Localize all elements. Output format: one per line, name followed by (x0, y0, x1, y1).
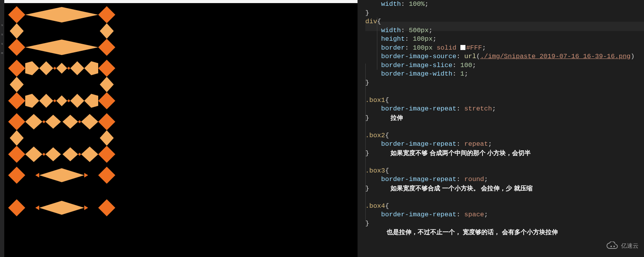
watermark-text: 亿速云 (621, 242, 639, 250)
code-line: div{ (365, 17, 640, 26)
code-line: } (365, 219, 640, 228)
code-line: border: 100px solid #FFF; (365, 44, 640, 53)
gutter-mark: m (1, 51, 3, 55)
code-line: .box4{ (365, 202, 640, 211)
cloud-icon (606, 241, 619, 250)
demo-space (8, 167, 115, 216)
gutter-mark: s (1, 42, 3, 45)
annotation-repeat: 如果宽度不够 合成两个中间的那个 小方块，会切半 (391, 149, 531, 158)
code-line: .box1{ (365, 96, 640, 105)
code-line: height: 100px; (365, 35, 640, 44)
code-line: }如果宽度不够合成 一个小方块。 会拉伸，少 就压缩 (365, 184, 640, 193)
preview-panel (4, 0, 358, 257)
code-line: }如果宽度不够 合成两个中间的那个 小方块，会切半 (365, 149, 640, 158)
code-line (365, 122, 640, 131)
demo-round (8, 113, 115, 163)
watermark: 亿速云 (606, 241, 639, 250)
code-line: .box3{ (365, 167, 640, 176)
annotation-round: 如果宽度不够合成 一个小方块。 会拉伸，少 就压缩 (391, 184, 532, 193)
demo-repeat (8, 60, 115, 109)
demo-container (4, 3, 358, 219)
code-line: border-image-repeat: space; (365, 210, 640, 219)
editor-gutter: s s s m (0, 0, 4, 257)
code-line: border-image-repeat: round; (365, 175, 640, 184)
preview-header-bar (4, 0, 358, 3)
code-line: width: 500px; (365, 26, 640, 35)
annotation-stretch: 拉伸 (391, 114, 403, 122)
code-line: }拉伸 (365, 114, 640, 123)
code-line: } (365, 79, 640, 88)
color-swatch-icon (460, 45, 465, 50)
code-editor[interactable]: width: 100%; } div{ width: 500px; height… (358, 0, 644, 257)
svg-point-0 (611, 246, 612, 247)
code-line: width: 100%; (365, 0, 640, 9)
demo-stretch (8, 6, 115, 56)
gutter-mark: s (1, 33, 3, 36)
code-line: border-image-repeat: stretch; (365, 105, 640, 114)
code-line (365, 87, 640, 96)
code-line: .box2{ (365, 131, 640, 140)
code-line: border-image-repeat: repeat; (365, 140, 640, 149)
code-line: 也是拉伸，不过不止一个， 宽度够的话， 会有多个小方块拉伸 (365, 228, 640, 237)
code-line: border-image-source: url(./img/Snipaste_… (365, 52, 640, 61)
code-line: border-image-slice: 100; (365, 61, 640, 70)
annotation-space: 也是拉伸，不过不止一个， 宽度够的话， 会有多个小方块拉伸 (387, 228, 558, 237)
code-line (365, 158, 640, 167)
svg-point-1 (613, 246, 615, 247)
code-line (365, 193, 640, 202)
code-line: border-image-width: 1; (365, 70, 640, 79)
gutter-mark: s (1, 23, 3, 27)
code-line: } (365, 9, 640, 18)
